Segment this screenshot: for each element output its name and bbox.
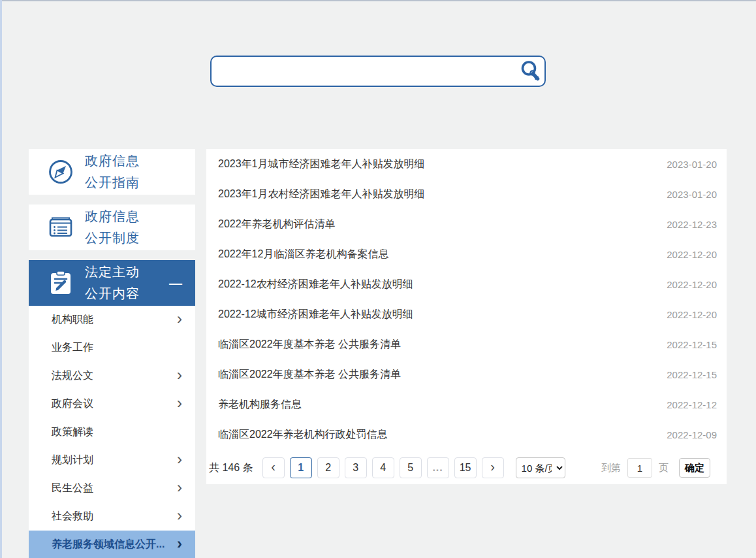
document-link[interactable]: 临淄区2022年度基本养老 公共服务清单 bbox=[218, 338, 401, 352]
document-link[interactable]: 2022年养老机构评估清单 bbox=[218, 218, 336, 231]
search-icon bbox=[518, 59, 542, 83]
collapse-indicator[interactable]: — bbox=[169, 276, 181, 291]
sidebar-item-planning[interactable]: 规划计划 › bbox=[29, 446, 195, 474]
publish-date: 2022-12-09 bbox=[667, 429, 717, 440]
chevron-right-icon: › bbox=[177, 480, 182, 495]
content-panel: 2023年1月城市经济困难老年人补贴发放明细 2023-01-20 2023年1… bbox=[206, 149, 727, 484]
card-label-line1: 法定主动 bbox=[85, 265, 140, 279]
search-bar bbox=[210, 56, 546, 87]
list-item: 2023年1月农村经济困难老年人补贴发放明细 2023-01-20 bbox=[206, 179, 727, 209]
chevron-right-icon: › bbox=[177, 536, 182, 551]
list-item: 养老机构服务信息 2022-12-12 bbox=[206, 389, 727, 419]
total-count-label: 共 146 条 bbox=[209, 461, 253, 475]
goto-suffix-label: 页 bbox=[659, 462, 669, 474]
page-size-select[interactable]: 10 条/页 bbox=[516, 457, 565, 478]
sidebar-card-statutory-disclosure[interactable]: 法定主动 公开内容 — bbox=[29, 260, 195, 306]
sidebar-card-disclosure-system[interactable]: 政府信息 公开制度 bbox=[29, 205, 195, 250]
publish-date: 2022-12-23 bbox=[667, 219, 717, 230]
page-button-15[interactable]: 15 bbox=[454, 457, 477, 478]
page-button-1[interactable]: 1 bbox=[290, 457, 312, 478]
pagination-bar: 共 146 条 ‹ 1 2 3 4 5 ... 15 › 10 条/页 到第 页… bbox=[209, 457, 710, 478]
card-label-line2: 公开指南 bbox=[85, 175, 140, 189]
publish-date: 2022-12-15 bbox=[667, 369, 717, 380]
goto-prefix-label: 到第 bbox=[601, 462, 621, 474]
page-button-4[interactable]: 4 bbox=[372, 457, 394, 478]
card-label-line1: 政府信息 bbox=[85, 154, 140, 168]
list-item: 2022-12农村经济困难老年人补贴发放明细 2022-12-20 bbox=[206, 269, 727, 299]
document-link[interactable]: 临淄区2022年度基本养老 公共服务清单 bbox=[218, 368, 401, 382]
page-button-5[interactable]: 5 bbox=[400, 457, 422, 478]
list-item: 临淄区2022年度基本养老 公共服务清单 2022-12-15 bbox=[206, 329, 727, 359]
window-left-edge bbox=[0, 0, 2, 558]
document-link[interactable]: 养老机构服务信息 bbox=[218, 398, 302, 412]
document-link[interactable]: 2022-12城市经济困难老年人补贴发放明细 bbox=[218, 308, 413, 321]
more-pages-button[interactable]: ... bbox=[427, 457, 449, 478]
sidebar-item-elderly-care-disclosure[interactable]: 养老服务领域信息公开... › bbox=[29, 531, 195, 558]
confirm-button[interactable]: 确定 bbox=[679, 458, 710, 478]
card-label-line1: 政府信息 bbox=[85, 209, 140, 223]
sidebar-submenu: 机构职能 › 业务工作 法规公文 › 政府会议 › 政策解读 规划计划 › 民生… bbox=[29, 306, 195, 558]
clipboard-pencil-icon bbox=[46, 268, 76, 298]
publish-date: 2022-12-12 bbox=[667, 399, 717, 410]
page-button-2[interactable]: 2 bbox=[317, 457, 339, 478]
document-link[interactable]: 2023年1月城市经济困难老年人补贴发放明细 bbox=[218, 157, 425, 171]
list-item: 2023年1月城市经济困难老年人补贴发放明细 2023-01-20 bbox=[206, 149, 727, 179]
chevron-right-icon: › bbox=[177, 451, 182, 467]
card-label-line2: 公开内容 bbox=[85, 286, 140, 301]
sidebar-item-livelihood-welfare[interactable]: 民生公益 › bbox=[29, 474, 195, 502]
card-label-line2: 公开制度 bbox=[85, 231, 140, 245]
publish-date: 2022-12-20 bbox=[667, 249, 717, 260]
sidebar-item-policy-interpretation[interactable]: 政策解读 bbox=[29, 418, 195, 446]
rulebook-icon bbox=[46, 212, 76, 242]
compass-icon bbox=[46, 157, 76, 187]
sidebar-item-social-assistance[interactable]: 社会救助 › bbox=[29, 502, 195, 531]
publish-date: 2022-12-20 bbox=[667, 309, 717, 320]
list-item: 2022年养老机构评估清单 2022-12-23 bbox=[206, 209, 727, 239]
goto-page-input[interactable] bbox=[627, 458, 652, 478]
chevron-right-icon: › bbox=[177, 311, 182, 327]
list-item: 2022-12城市经济困难老年人补贴发放明细 2022-12-20 bbox=[206, 299, 727, 329]
publish-date: 2022-12-15 bbox=[667, 339, 717, 350]
document-link[interactable]: 2022年12月临淄区养老机构备案信息 bbox=[218, 248, 388, 261]
sidebar-item-government-meetings[interactable]: 政府会议 › bbox=[29, 390, 195, 418]
chevron-right-icon: › bbox=[177, 395, 182, 411]
list-item: 临淄区2022年度基本养老 公共服务清单 2022-12-15 bbox=[206, 359, 727, 389]
search-input[interactable] bbox=[212, 57, 516, 86]
publish-date: 2023-01-20 bbox=[667, 159, 717, 170]
list-item: 临淄区2022年养老机构行政处罚信息 2022-12-09 bbox=[206, 419, 727, 450]
window-top-edge bbox=[0, 0, 756, 1]
document-link[interactable]: 2023年1月农村经济困难老年人补贴发放明细 bbox=[218, 188, 425, 201]
sidebar-card-disclosure-guide[interactable]: 政府信息 公开指南 bbox=[29, 149, 195, 195]
chevron-right-icon: › bbox=[177, 367, 182, 383]
search-button[interactable] bbox=[516, 57, 544, 86]
page-button-3[interactable]: 3 bbox=[345, 457, 367, 478]
list-item: 2022年12月临淄区养老机构备案信息 2022-12-20 bbox=[206, 239, 727, 269]
sidebar-item-regulations[interactable]: 法规公文 › bbox=[29, 362, 195, 390]
publish-date: 2022-12-20 bbox=[667, 279, 717, 290]
document-link[interactable]: 2022-12农村经济困难老年人补贴发放明细 bbox=[218, 278, 413, 291]
sidebar-item-business-work[interactable]: 业务工作 bbox=[29, 334, 195, 362]
chevron-right-icon: › bbox=[177, 508, 182, 523]
sidebar-item-agency-functions[interactable]: 机构职能 › bbox=[29, 306, 195, 334]
next-page-button[interactable]: › bbox=[482, 457, 504, 478]
document-link[interactable]: 临淄区2022年养老机构行政处罚信息 bbox=[218, 428, 388, 442]
publish-date: 2023-01-20 bbox=[667, 189, 717, 200]
prev-page-button[interactable]: ‹ bbox=[262, 457, 285, 478]
